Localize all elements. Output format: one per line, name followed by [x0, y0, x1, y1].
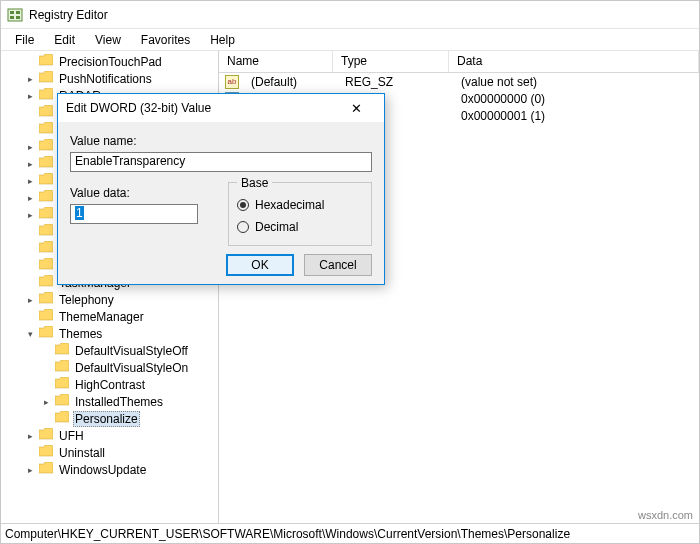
tree-item[interactable]: DefaultVisualStyleOff	[1, 342, 218, 359]
arrow-placeholder	[41, 380, 51, 390]
svg-rect-4	[16, 16, 20, 19]
tree-item[interactable]: ▾Themes	[1, 325, 218, 342]
radio-hex[interactable]	[237, 199, 249, 211]
tree-item[interactable]: ▸PushNotifications	[1, 70, 218, 87]
regedit-icon	[7, 7, 23, 23]
value-data-field[interactable]: 1	[70, 204, 198, 224]
value-data-text: 1	[75, 206, 84, 220]
folder-icon	[39, 122, 53, 137]
folder-icon	[55, 377, 69, 392]
tree-item[interactable]: HighContrast	[1, 376, 218, 393]
tree-item-label: ThemeManager	[57, 310, 146, 324]
cell-data: (value not set)	[453, 75, 699, 89]
folder-icon	[39, 54, 53, 69]
arrow-placeholder	[25, 244, 35, 254]
svg-rect-1	[10, 11, 14, 14]
tree-item-label: DefaultVisualStyleOff	[73, 344, 190, 358]
folder-icon	[39, 224, 53, 239]
chevron-right-icon[interactable]: ▸	[25, 74, 35, 84]
chevron-right-icon[interactable]: ▸	[25, 159, 35, 169]
tree-item[interactable]: ThemeManager	[1, 308, 218, 325]
folder-icon	[39, 241, 53, 256]
edit-dword-dialog: Edit DWORD (32-bit) Value ✕ Value name: …	[57, 93, 385, 285]
col-name[interactable]: Name	[219, 51, 333, 72]
folder-icon	[39, 462, 53, 477]
window-title: Registry Editor	[29, 8, 108, 22]
chevron-right-icon[interactable]: ▸	[25, 142, 35, 152]
tree-item-label: PushNotifications	[57, 72, 154, 86]
close-icon[interactable]: ✕	[336, 96, 376, 120]
tree-item-label: Telephony	[57, 293, 116, 307]
watermark: wsxdn.com	[638, 509, 693, 521]
svg-rect-0	[8, 9, 22, 21]
chevron-right-icon[interactable]: ▸	[25, 210, 35, 220]
value-name-field[interactable]: EnableTransparency	[70, 152, 372, 172]
value-name-text: EnableTransparency	[75, 154, 185, 168]
chevron-right-icon[interactable]: ▸	[25, 91, 35, 101]
tree-item[interactable]: ▸Telephony	[1, 291, 218, 308]
tree-item[interactable]: ▸InstalledThemes	[1, 393, 218, 410]
cell-type: REG_SZ	[337, 75, 453, 89]
value-data-label: Value data:	[70, 186, 198, 200]
tree-item-label: DefaultVisualStyleOn	[73, 361, 190, 375]
arrow-placeholder	[25, 261, 35, 271]
folder-icon	[39, 156, 53, 171]
tree-item[interactable]: DefaultVisualStyleOn	[1, 359, 218, 376]
arrow-placeholder	[25, 125, 35, 135]
tree-item-label: Themes	[57, 327, 104, 341]
menu-favorites[interactable]: Favorites	[131, 31, 200, 49]
arrow-placeholder	[25, 108, 35, 118]
folder-icon	[39, 105, 53, 120]
list-row[interactable]: ab(Default)REG_SZ(value not set)	[219, 73, 699, 90]
chevron-right-icon[interactable]: ▸	[25, 176, 35, 186]
cell-data: 0x00000000 (0)	[453, 92, 699, 106]
dialog-titlebar[interactable]: Edit DWORD (32-bit) Value ✕	[58, 94, 384, 122]
chevron-right-icon[interactable]: ▸	[25, 465, 35, 475]
chevron-right-icon[interactable]: ▸	[25, 295, 35, 305]
value-name-label: Value name:	[70, 134, 372, 148]
radio-dec-label: Decimal	[255, 220, 298, 234]
ok-button[interactable]: OK	[226, 254, 294, 276]
svg-rect-3	[16, 11, 20, 14]
radio-dec-row[interactable]: Decimal	[237, 217, 363, 237]
tree-item-label: PrecisionTouchPad	[57, 55, 164, 69]
tree-item-label: HighContrast	[73, 378, 147, 392]
base-fieldset: Base Hexadecimal Decimal	[228, 182, 372, 246]
folder-icon	[39, 428, 53, 443]
col-type[interactable]: Type	[333, 51, 449, 72]
chevron-right-icon[interactable]: ▸	[41, 397, 51, 407]
chevron-right-icon[interactable]: ▸	[25, 193, 35, 203]
tree-item[interactable]: Personalize	[1, 410, 218, 427]
radio-dec[interactable]	[237, 221, 249, 233]
folder-icon	[39, 207, 53, 222]
folder-icon	[55, 360, 69, 375]
tree-item[interactable]: ▸WindowsUpdate	[1, 461, 218, 478]
folder-icon	[39, 275, 53, 290]
col-data[interactable]: Data	[449, 51, 699, 72]
tree-item[interactable]: PrecisionTouchPad	[1, 53, 218, 70]
menu-view[interactable]: View	[85, 31, 131, 49]
radio-hex-row[interactable]: Hexadecimal	[237, 195, 363, 215]
folder-icon	[39, 258, 53, 273]
cancel-button[interactable]: Cancel	[304, 254, 372, 276]
chevron-down-icon[interactable]: ▾	[25, 329, 35, 339]
radio-hex-label: Hexadecimal	[255, 198, 324, 212]
folder-icon	[39, 139, 53, 154]
tree-item-label: InstalledThemes	[73, 395, 165, 409]
arrow-placeholder	[25, 448, 35, 458]
svg-rect-2	[10, 16, 14, 19]
arrow-placeholder	[41, 363, 51, 373]
tree-item[interactable]: Uninstall	[1, 444, 218, 461]
folder-icon	[55, 411, 69, 426]
tree-item[interactable]: ▸UFH	[1, 427, 218, 444]
folder-icon	[39, 88, 53, 103]
menu-edit[interactable]: Edit	[44, 31, 85, 49]
menu-file[interactable]: File	[5, 31, 44, 49]
cell-data: 0x00000001 (1)	[453, 109, 699, 123]
chevron-right-icon[interactable]: ▸	[25, 431, 35, 441]
list-header: Name Type Data	[219, 51, 699, 73]
folder-icon	[39, 292, 53, 307]
menu-help[interactable]: Help	[200, 31, 245, 49]
tree-item-label: UFH	[57, 429, 86, 443]
folder-icon	[39, 445, 53, 460]
